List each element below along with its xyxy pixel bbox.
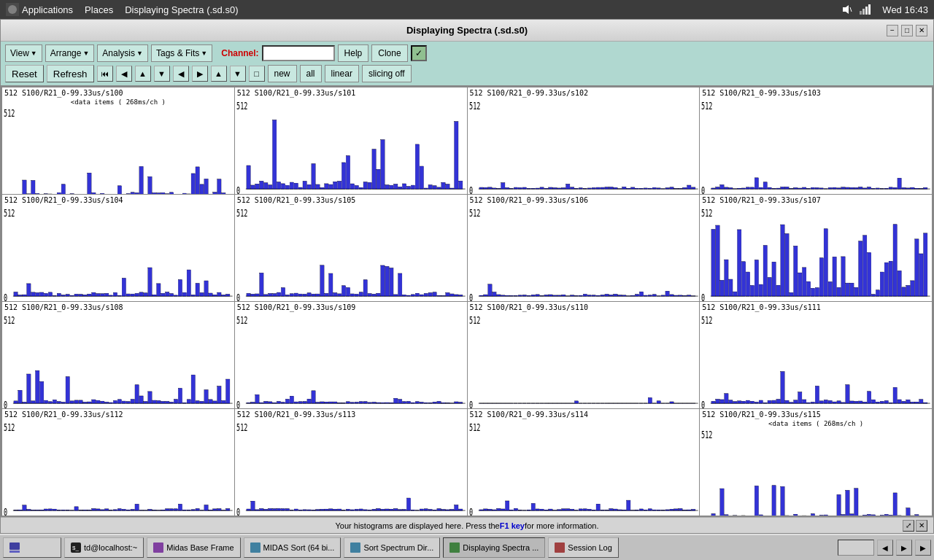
nav-up-button[interactable]: ▲ bbox=[135, 66, 151, 82]
nav-right-button[interactable]: ▶ bbox=[192, 66, 208, 82]
taskbar-btn-session[interactable]: Session Log bbox=[548, 537, 619, 558]
svg-rect-1031 bbox=[402, 402, 406, 403]
spectrum-panel-s101[interactable]: 512 S100/R21_0-99.33us/s101512050005200 bbox=[235, 88, 467, 194]
nav-down-button[interactable]: ▼ bbox=[154, 66, 170, 82]
svg-rect-1433 bbox=[363, 510, 367, 510]
spectrum-panel-s111[interactable]: 512 S100/R21_0-99.33us/s111512050005200 bbox=[700, 302, 932, 408]
spectrum-panel-s106[interactable]: 512 S100/R21_0-99.33us/s106512050005200 bbox=[468, 195, 700, 301]
svg-rect-1467 bbox=[437, 509, 441, 510]
new-button[interactable]: new bbox=[268, 65, 297, 82]
svg-rect-304 bbox=[652, 187, 656, 189]
toolbar: View ▼ Arrange ▼ Analysis ▼ Tags & Fits … bbox=[1, 42, 933, 86]
svg-rect-1695 bbox=[449, 542, 460, 553]
linear-button[interactable]: linear bbox=[325, 65, 359, 82]
spectrum-title-s101: 512 S100/R21_0-99.33us/s101 bbox=[235, 88, 467, 98]
svg-rect-1683 bbox=[915, 515, 919, 516]
svg-rect-1328 bbox=[131, 510, 134, 510]
svg-text:5000: 5000 bbox=[246, 515, 259, 516]
svg-rect-829 bbox=[884, 262, 888, 296]
taskbar-btn-sort-dir[interactable]: Sort Spectrum Dir... bbox=[344, 537, 440, 558]
svg-rect-1179 bbox=[733, 402, 737, 403]
svg-rect-258 bbox=[552, 188, 556, 190]
nav-page-down-button[interactable]: ▼ bbox=[230, 66, 246, 82]
svg-rect-1385 bbox=[259, 509, 263, 511]
svg-rect-1049 bbox=[441, 402, 445, 403]
channel-input[interactable] bbox=[262, 45, 335, 61]
nav-first-button[interactable]: ⏮ bbox=[97, 66, 113, 82]
nav-page-up-button[interactable]: ▲ bbox=[211, 66, 227, 82]
svg-rect-795 bbox=[811, 288, 815, 296]
network-icon[interactable] bbox=[859, 4, 871, 15]
spectrum-panel-s107[interactable]: 512 S100/R21_0-99.33us/s107512050005200 bbox=[700, 195, 932, 301]
minimize-button[interactable]: − bbox=[887, 25, 898, 36]
clone-button[interactable]: Clone bbox=[371, 44, 407, 62]
status-expand-button[interactable]: ⤢ bbox=[903, 520, 914, 532]
taskbar-terminal-label: td@localhost:~ bbox=[84, 543, 137, 552]
session-icon bbox=[555, 542, 565, 553]
spectrum-panel-s113[interactable]: 512 S100/R21_0-99.33us/s113512050005200 bbox=[235, 409, 467, 516]
svg-text:512: 512 bbox=[236, 206, 247, 219]
spectrum-panel-s104[interactable]: 512 S100/R21_0-99.33us/s104512050005200 bbox=[2, 195, 234, 301]
help-button[interactable]: Help bbox=[338, 44, 369, 62]
volume-icon[interactable] bbox=[841, 4, 853, 15]
svg-rect-1475 bbox=[454, 505, 458, 511]
toolbar-row-2: Reset Refresh ⏮ ◀ ▲ ▼ ◀ ▶ ▲ ▼ □ new all … bbox=[5, 65, 929, 82]
svg-rect-1045 bbox=[433, 402, 436, 403]
svg-rect-625 bbox=[433, 292, 436, 296]
close-button[interactable]: ✕ bbox=[916, 25, 927, 36]
analysis-menu-button[interactable]: Analysis ▼ bbox=[97, 44, 148, 62]
taskbar-nav-2[interactable]: ▶ bbox=[896, 540, 912, 556]
svg-rect-1011 bbox=[359, 402, 363, 403]
svg-rect-1441 bbox=[381, 509, 385, 510]
taskbar-btn-terminal[interactable]: $_ td@localhost:~ bbox=[64, 537, 144, 558]
svg-rect-349 bbox=[754, 178, 758, 189]
all-button[interactable]: all bbox=[300, 65, 322, 82]
spectrum-panel-s105[interactable]: 512 S100/R21_0-99.33us/s105512050005200 bbox=[235, 195, 467, 301]
svg-rect-1647 bbox=[837, 494, 841, 516]
taskbar-btn-desktop[interactable] bbox=[3, 537, 61, 558]
svg-rect-36 bbox=[61, 184, 65, 194]
taskbar-btn-spectra[interactable]: Displaying Spectra ... bbox=[443, 537, 545, 558]
svg-text:5000: 5000 bbox=[246, 408, 259, 408]
terminal-icon: $_ bbox=[71, 542, 81, 553]
nav-square-button[interactable]: □ bbox=[249, 66, 265, 82]
status-close-button[interactable]: ✕ bbox=[916, 520, 927, 532]
maximize-button[interactable]: □ bbox=[901, 25, 913, 36]
svg-rect-1249 bbox=[884, 401, 888, 404]
svg-rect-234 bbox=[501, 183, 504, 189]
spectrum-panel-s103[interactable]: 512 S100/R21_0-99.33us/s103512050005200 bbox=[700, 88, 932, 194]
spectrum-panel-s108[interactable]: 512 S100/R21_0-99.33us/s108512050005200 bbox=[2, 302, 234, 408]
arrange-menu-button[interactable]: Arrange ▼ bbox=[45, 44, 95, 62]
spectrum-panel-s100[interactable]: 512 S100/R21_0-99.33us/s100<data items (… bbox=[2, 88, 234, 194]
svg-rect-1205 bbox=[790, 402, 793, 403]
spectrum-panel-s112[interactable]: 512 S100/R21_0-99.33us/s112512050005200 bbox=[2, 409, 234, 516]
svg-rect-530 bbox=[222, 295, 225, 297]
spectrum-title-s109: 512 S100/R21_0-99.33us/s109 bbox=[235, 302, 467, 313]
svg-rect-753 bbox=[720, 280, 724, 296]
spectrum-panel-s102[interactable]: 512 S100/R21_0-99.33us/s102512050005200 bbox=[468, 88, 700, 194]
nav-left-button[interactable]: ◀ bbox=[173, 66, 189, 82]
taskbar-nav-1[interactable]: ◀ bbox=[877, 540, 893, 556]
refresh-button[interactable]: Refresh bbox=[47, 65, 94, 82]
svg-rect-789 bbox=[798, 273, 802, 296]
places-menu[interactable]: Places bbox=[85, 4, 113, 15]
taskbar-nav-3[interactable]: ▶ bbox=[915, 540, 931, 556]
taskbar-btn-sort[interactable]: MIDAS Sort (64 bi... bbox=[244, 537, 341, 558]
svg-rect-1017 bbox=[372, 402, 376, 403]
spectrum-panel-s114[interactable]: 512 S100/R21_0-99.33us/s114512050005200 bbox=[468, 409, 700, 516]
svg-rect-926 bbox=[169, 402, 173, 404]
spectrum-panel-s110[interactable]: 512 S100/R21_0-99.33us/s110512050005200 bbox=[468, 302, 700, 408]
applications-menu[interactable]: Applications bbox=[22, 4, 73, 15]
view-menu-button[interactable]: View ▼ bbox=[5, 44, 42, 62]
reset-button[interactable]: Reset bbox=[5, 65, 44, 82]
tags-fits-menu-button[interactable]: Tags & Fits ▼ bbox=[151, 44, 212, 62]
checkbox-button[interactable]: ✓ bbox=[411, 45, 427, 61]
svg-rect-886 bbox=[83, 402, 87, 404]
spectrum-panel-s115[interactable]: 512 S100/R21_0-99.33us/s115<data items (… bbox=[700, 409, 932, 516]
svg-rect-1007 bbox=[350, 402, 354, 403]
spectrum-panel-s109[interactable]: 512 S100/R21_0-99.33us/s109512050005200 bbox=[235, 302, 467, 408]
nav-prev-button[interactable]: ◀ bbox=[116, 66, 132, 82]
taskbar-btn-midas[interactable]: Midas Base Frame bbox=[147, 537, 240, 558]
slicing-off-button[interactable]: slicing off bbox=[362, 65, 412, 82]
taskbar-input[interactable] bbox=[838, 540, 874, 556]
